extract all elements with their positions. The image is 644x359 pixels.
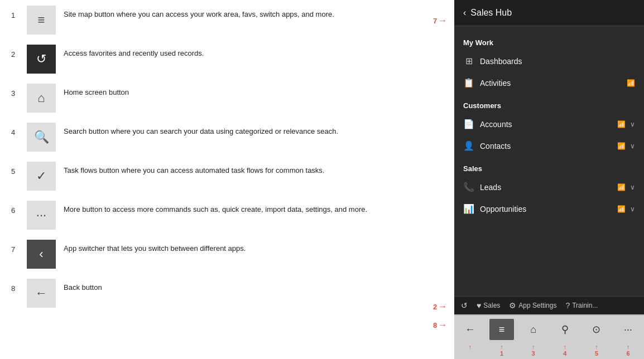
item-icon-7[interactable]: ‹ xyxy=(27,240,56,269)
accounts-chevron-icon: ∨ xyxy=(630,120,635,128)
accounts-label: Accounts xyxy=(480,120,612,129)
annotation-7-arrow: → xyxy=(438,16,447,26)
sales-hub-header: ‹ Sales Hub xyxy=(454,0,644,26)
sidebar-item-contacts[interactable]: 👤 Contacts 📶 ∨ xyxy=(454,135,644,157)
recent-button[interactable]: ↺ xyxy=(461,301,468,310)
item-icon-1[interactable]: ≡ xyxy=(27,6,56,35)
item-row-1: 1≡Site map button where you can access y… xyxy=(11,6,443,35)
sales-tab-label: Sales xyxy=(483,302,500,309)
item-row-3: 3⌂Home screen button xyxy=(11,84,443,113)
opportunities-label: Opportunities xyxy=(480,205,612,214)
sidebar-item-activities[interactable]: 📋 Activities 📶 xyxy=(454,72,644,94)
annotation-2: 2 xyxy=(433,303,437,311)
item-row-4: 4🔍Search button where you can search you… xyxy=(11,123,443,152)
item-row-8: 8←Back button xyxy=(11,279,443,308)
item-number-1: 1 xyxy=(11,6,19,20)
annotation-2-arrow: → xyxy=(438,302,447,312)
recent-icon: ↺ xyxy=(461,301,468,310)
accounts-wifi-icon: 📶 xyxy=(617,120,626,128)
item-text-4: Search button where you can search your … xyxy=(64,123,338,137)
app-settings-label: App Settings xyxy=(518,302,556,309)
item-icon-6[interactable]: ··· xyxy=(27,201,56,230)
sales-tab-icon: ♥ xyxy=(477,301,481,310)
section-header-my-work: My Work xyxy=(454,31,644,50)
training-label: Trainin... xyxy=(572,302,598,309)
item-row-6: 6···More button to access more commands … xyxy=(11,201,443,230)
leads-wifi-icon: 📶 xyxy=(617,183,626,191)
activities-label: Activities xyxy=(480,79,621,88)
left-panel: 1≡Site map button where you can access y… xyxy=(0,0,454,359)
item-text-3: Home screen button xyxy=(64,84,129,98)
item-number-4: 4 xyxy=(11,123,19,137)
sidebar-back-button[interactable]: ‹ xyxy=(463,8,466,18)
annotation-7: 7 xyxy=(433,17,437,25)
nav-bottom-bar: ← ≡ ⌂ ⚲ ⊙ ··· xyxy=(454,314,644,343)
item-icon-3[interactable]: ⌂ xyxy=(27,84,56,113)
nav-hamburger-icon: ≡ xyxy=(499,324,505,336)
item-number-3: 3 xyxy=(11,84,19,98)
accounts-icon: 📄 xyxy=(463,119,474,129)
app-settings-button[interactable]: ⚙ App Settings xyxy=(509,301,556,310)
item-icon-4[interactable]: 🔍 xyxy=(27,123,56,152)
nav-back-icon: ← xyxy=(465,324,475,336)
training-button[interactable]: ? Trainin... xyxy=(565,301,598,310)
nav-taskflow-button[interactable]: ⊙ xyxy=(584,319,609,340)
item-row-7: 7‹App switcher that lets you switch betw… xyxy=(11,240,443,269)
activities-right: 📶 xyxy=(627,79,635,87)
sidebar-item-opportunities[interactable]: 📊 Opportunities 📶 ∨ xyxy=(454,198,644,220)
sidebar-item-accounts[interactable]: 📄 Accounts 📶 ∨ xyxy=(454,113,644,135)
nav-more-button[interactable]: ··· xyxy=(616,319,641,340)
item-text-7: App switcher that lets you switch betwee… xyxy=(64,240,246,254)
item-text-1: Site map button where you can access you… xyxy=(64,6,334,20)
nav-taskflow-icon: ⊙ xyxy=(592,323,600,336)
contacts-right: 📶 ∨ xyxy=(617,142,635,150)
nav-back-button[interactable]: ← xyxy=(458,319,482,340)
right-panel: 7 → ‹ Sales Hub My Work ⊞ Dashboards 📋 A… xyxy=(454,0,644,359)
opportunities-chevron-icon: ∨ xyxy=(630,205,635,213)
item-icon-2[interactable]: ↺ xyxy=(27,45,56,74)
contacts-chevron-icon: ∨ xyxy=(630,142,635,150)
sidebar-item-dashboards[interactable]: ⊞ Dashboards xyxy=(454,50,644,72)
dashboards-label: Dashboards xyxy=(480,57,635,66)
dashboards-icon: ⊞ xyxy=(463,56,474,66)
sidebar-item-leads[interactable]: 📞 Leads 📶 ∨ xyxy=(454,176,644,198)
item-text-8: Back button xyxy=(64,279,102,293)
item-number-2: 2 xyxy=(11,45,19,59)
activities-icon: 📋 xyxy=(463,77,474,88)
item-text-2: Access favorites and recently used recor… xyxy=(64,45,204,59)
nav-more-icon: ··· xyxy=(624,324,632,336)
item-row-2: 2↺Access favorites and recently used rec… xyxy=(11,45,443,74)
activities-wifi-icon: 📶 xyxy=(627,79,635,87)
item-text-5: Task flows button where you can access a… xyxy=(64,162,325,176)
leads-label: Leads xyxy=(480,183,612,192)
item-icon-5[interactable]: ✓ xyxy=(27,162,56,191)
opportunities-icon: 📊 xyxy=(463,203,474,214)
annotation-8: 8 xyxy=(433,321,437,329)
section-header-customers: Customers xyxy=(454,94,644,113)
nav-home-button[interactable]: ⌂ xyxy=(521,319,546,340)
item-icon-8[interactable]: ← xyxy=(27,279,56,308)
sales-hub-title: Sales Hub xyxy=(470,8,512,18)
item-number-8: 8 xyxy=(11,279,19,293)
item-number-6: 6 xyxy=(11,201,19,215)
section-header-sales: Sales xyxy=(454,157,644,176)
sales-tab-button[interactable]: ♥ Sales xyxy=(477,301,500,310)
leads-chevron-icon: ∨ xyxy=(630,183,635,191)
nav-home-icon: ⌂ xyxy=(530,324,536,336)
nav-hamburger-button[interactable]: ≡ xyxy=(489,319,514,340)
leads-icon: 📞 xyxy=(463,182,474,192)
contacts-label: Contacts xyxy=(480,142,612,151)
opportunities-wifi-icon: 📶 xyxy=(617,205,626,213)
item-row-5: 5✓Task flows button where you can access… xyxy=(11,162,443,191)
app-settings-icon: ⚙ xyxy=(509,301,516,310)
nav-search-icon: ⚲ xyxy=(561,323,569,336)
item-text-6: More button to access more commands such… xyxy=(64,201,367,215)
opportunities-right: 📶 ∨ xyxy=(617,205,635,213)
contacts-wifi-icon: 📶 xyxy=(617,142,626,150)
leads-right: 📶 ∨ xyxy=(617,183,635,191)
item-number-5: 5 xyxy=(11,162,19,176)
sidebar-content: My Work ⊞ Dashboards 📋 Activities 📶 Cust… xyxy=(454,26,644,296)
item-number-7: 7 xyxy=(11,240,19,254)
nav-search-button[interactable]: ⚲ xyxy=(552,319,577,340)
contacts-icon: 👤 xyxy=(463,140,474,151)
